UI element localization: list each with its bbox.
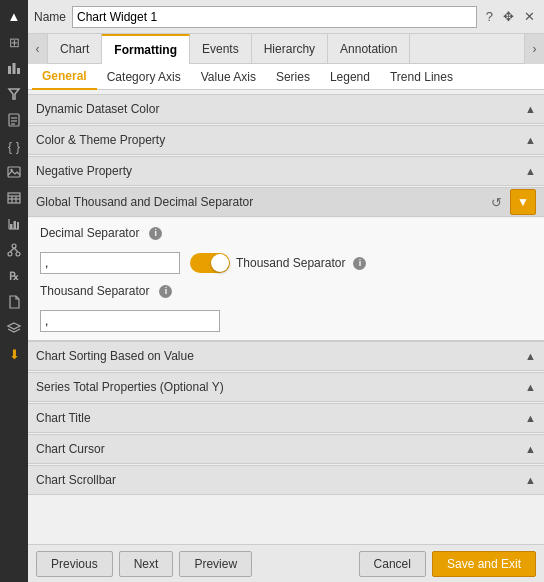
- image-icon[interactable]: [2, 160, 26, 184]
- thousand-toggle-label: Thousand Separator: [236, 256, 345, 270]
- svg-rect-2: [17, 68, 20, 74]
- section-series-total[interactable]: Series Total Properties (Optional Y) ▲: [28, 372, 544, 402]
- thousand-toggle[interactable]: [190, 253, 230, 273]
- decimal-separator-input[interactable]: [40, 252, 180, 274]
- network-icon[interactable]: [2, 238, 26, 262]
- section-0-icons: ▲: [525, 103, 536, 115]
- tab-events[interactable]: Events: [190, 34, 252, 64]
- chart-bar-icon[interactable]: [2, 56, 26, 80]
- section-chart-sorting-label: Chart Sorting Based on Value: [36, 349, 194, 363]
- decimal-separator-label: Decimal Separator: [40, 226, 139, 240]
- decimal-label-row: Decimal Separator i: [40, 226, 366, 240]
- decimal-info-icon[interactable]: i: [149, 227, 162, 240]
- grid-icon[interactable]: ⊞: [2, 30, 26, 54]
- section-negative-property[interactable]: Negative Property ▲: [28, 156, 544, 186]
- section-color-theme[interactable]: Color & Theme Property ▲: [28, 125, 544, 155]
- tab-chart[interactable]: Chart: [48, 34, 102, 64]
- section-6-icons: ▲: [525, 412, 536, 424]
- name-label: Name: [34, 10, 66, 24]
- section-8-icons: ▲: [525, 474, 536, 486]
- section-global-separator[interactable]: Global Thousand and Decimal Separator ↺ …: [28, 187, 544, 217]
- toggle-container: Thousand Separator i: [190, 253, 366, 273]
- file2-icon[interactable]: [2, 290, 26, 314]
- move-icon[interactable]: ✥: [500, 8, 517, 25]
- section-chart-cursor-label: Chart Cursor: [36, 442, 105, 456]
- close-icon[interactable]: ✕: [521, 8, 538, 25]
- thousand-toggle-info-icon[interactable]: i: [353, 257, 366, 270]
- section-global-separator-content: Decimal Separator i Thousand Separator: [28, 218, 544, 341]
- subtab-category-axis[interactable]: Category Axis: [97, 64, 191, 90]
- bar-chart-icon2[interactable]: [2, 212, 26, 236]
- thousand-separator-group: Thousand Separator i: [40, 284, 532, 332]
- svg-marker-25: [8, 323, 20, 329]
- section-7-icons: ▲: [525, 443, 536, 455]
- bottom-left-btns: Previous Next Preview: [36, 551, 252, 577]
- decimal-separator-group: Decimal Separator i Thousand Separator: [40, 226, 366, 274]
- widget-name-input[interactable]: [72, 6, 477, 28]
- thousand-separator-info-icon[interactable]: i: [159, 285, 172, 298]
- section-negative-label: Negative Property: [36, 164, 132, 178]
- arrow-up-icon[interactable]: ▲: [2, 4, 26, 28]
- section-series-total-label: Series Total Properties (Optional Y): [36, 380, 224, 394]
- cancel-button[interactable]: Cancel: [359, 551, 426, 577]
- section-3-icons: ↺ ▼: [491, 189, 536, 215]
- section-color-theme-label: Color & Theme Property: [36, 133, 165, 147]
- section-chart-title-label: Chart Title: [36, 411, 91, 425]
- top-tab-bar: ‹ Chart Formatting Events Hierarchy Anno…: [28, 34, 544, 64]
- help-icon[interactable]: ?: [483, 8, 496, 25]
- doc-icon[interactable]: [2, 108, 26, 132]
- bracket-icon[interactable]: { }: [2, 134, 26, 158]
- section-0-chevron: ▲: [525, 103, 536, 115]
- svg-marker-3: [9, 89, 19, 99]
- section-7-chevron: ▲: [525, 443, 536, 455]
- next-button[interactable]: Next: [119, 551, 174, 577]
- subtab-value-axis[interactable]: Value Axis: [191, 64, 266, 90]
- section-chart-scrollbar[interactable]: Chart Scrollbar ▲: [28, 465, 544, 495]
- table-icon[interactable]: [2, 186, 26, 210]
- subtab-general[interactable]: General: [32, 64, 97, 90]
- section-3-collapse-btn[interactable]: ▼: [510, 189, 536, 215]
- subtab-legend[interactable]: Legend: [320, 64, 380, 90]
- section-dynamic-dataset-color[interactable]: Dynamic Dataset Color ▲: [28, 94, 544, 124]
- section-chart-cursor[interactable]: Chart Cursor ▲: [28, 434, 544, 464]
- subtab-trend-lines[interactable]: Trend Lines: [380, 64, 463, 90]
- tab-annotation[interactable]: Annotation: [328, 34, 410, 64]
- svg-rect-19: [17, 222, 19, 229]
- previous-button[interactable]: Previous: [36, 551, 113, 577]
- layers-icon[interactable]: [2, 316, 26, 340]
- rx-icon[interactable]: ℞: [2, 264, 26, 288]
- tab-formatting[interactable]: Formatting: [102, 34, 190, 64]
- tab-hierarchy[interactable]: Hierarchy: [252, 34, 328, 64]
- subtab-series[interactable]: Series: [266, 64, 320, 90]
- thousand-label-row: Thousand Separator i: [40, 284, 532, 298]
- title-icons: ? ✥ ✕: [483, 8, 538, 25]
- section-1-icons: ▲: [525, 134, 536, 146]
- tab-prev-btn[interactable]: ‹: [28, 34, 48, 64]
- section-8-chevron: ▲: [525, 474, 536, 486]
- preview-button[interactable]: Preview: [179, 551, 252, 577]
- right-sidebar: ▲ ⊞ { }: [0, 0, 28, 582]
- section-5-chevron: ▲: [525, 381, 536, 393]
- toggle-thumb: [211, 254, 229, 272]
- section-chart-sorting[interactable]: Chart Sorting Based on Value ▲: [28, 341, 544, 371]
- svg-point-21: [8, 252, 12, 256]
- svg-rect-8: [8, 167, 20, 177]
- download-icon[interactable]: ⬇: [2, 342, 26, 366]
- content-area: Dynamic Dataset Color ▲ Color & Theme Pr…: [28, 90, 544, 544]
- main-content: Name ? ✥ ✕ ‹ Chart Formatting Events Hie…: [28, 0, 544, 582]
- tab-next-btn[interactable]: ›: [524, 34, 544, 64]
- section-dynamic-dataset-label: Dynamic Dataset Color: [36, 102, 159, 116]
- section-6-chevron: ▲: [525, 412, 536, 424]
- section-1-chevron: ▲: [525, 134, 536, 146]
- section-chart-scrollbar-label: Chart Scrollbar: [36, 473, 116, 487]
- section-global-separator-label: Global Thousand and Decimal Separator: [36, 195, 253, 209]
- svg-line-23: [10, 248, 14, 252]
- filter-icon[interactable]: [2, 82, 26, 106]
- thousand-separator-input[interactable]: [40, 310, 220, 332]
- section-chart-title[interactable]: Chart Title ▲: [28, 403, 544, 433]
- save-exit-button[interactable]: Save and Exit: [432, 551, 536, 577]
- refresh-icon[interactable]: ↺: [491, 195, 502, 210]
- svg-rect-0: [8, 66, 11, 74]
- svg-point-20: [12, 244, 16, 248]
- svg-line-24: [14, 248, 18, 252]
